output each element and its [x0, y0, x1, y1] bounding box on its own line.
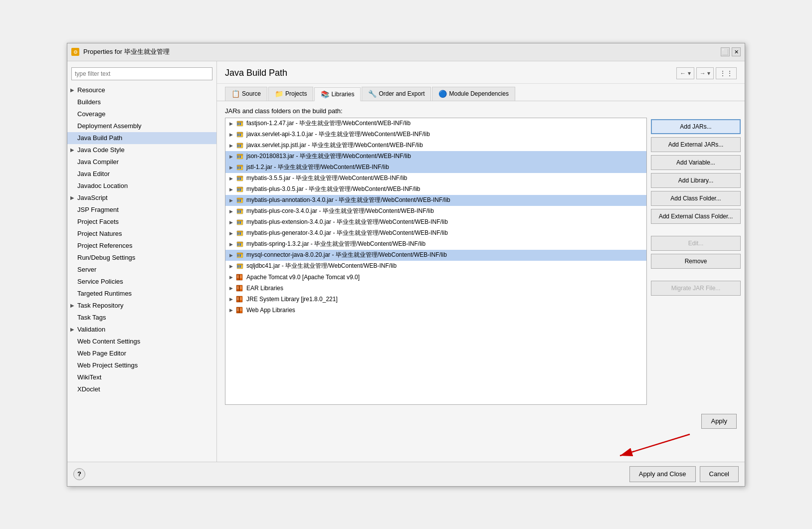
library-item-apache-tomcat[interactable]: ▶ Apache Tomcat v9.0 [Apache Tomcat v9.0…: [225, 272, 646, 283]
add-external-class-folder-button[interactable]: Add External Class Folder...: [651, 209, 741, 224]
jar-item-mybatis-spring[interactable]: ▶ mybatis-spring-1.3.2.jar - 毕业生就业管理/Web…: [225, 239, 646, 250]
sidebar-item-label: Project Facets: [77, 218, 119, 225]
minimize-button[interactable]: ⬜: [721, 47, 730, 56]
tab-libraries[interactable]: 📚Libraries: [314, 87, 361, 101]
sidebar-item-java-compiler[interactable]: Java Compiler: [67, 156, 216, 168]
expand-icon: ▶: [227, 307, 234, 314]
sidebar-item-server[interactable]: Server: [67, 264, 216, 276]
right-header: Java Build Path ← ▾ → ▾ ⋮⋮: [217, 61, 745, 84]
library-text: Web App Libraries: [246, 307, 295, 314]
sidebar-item-builders[interactable]: Builders: [67, 96, 216, 108]
library-text: EAR Libraries: [246, 285, 283, 292]
sidebar-item-run-debug-settings[interactable]: Run/Debug Settings: [67, 252, 216, 264]
jar-list[interactable]: ▶ fastjson-1.2.47.jar - 毕业生就业管理/WebConte…: [225, 118, 647, 405]
jar-icon: [235, 262, 244, 270]
jar-item-sqljdbc41[interactable]: ▶ sqljdbc41.jar - 毕业生就业管理/WebContent/WEB…: [225, 261, 646, 272]
svg-rect-7: [237, 134, 238, 136]
jar-icon: [235, 251, 244, 259]
back-button[interactable]: ← ▾: [676, 67, 694, 79]
tab-source[interactable]: 📋Source: [225, 87, 267, 101]
jar-icon: [235, 196, 244, 204]
add-library-button[interactable]: Add Library...: [651, 173, 741, 188]
sidebar-item-label: Task Repository: [77, 302, 123, 309]
properties-dialog: ⚙ Properties for 毕业生就业管理 ⬜ ✕ ▶ResourceBu…: [67, 43, 745, 487]
sidebar-item-project-facets[interactable]: Project Facets: [67, 216, 216, 228]
sidebar-item-task-repository[interactable]: ▶Task Repository: [67, 300, 216, 312]
help-button[interactable]: ?: [73, 468, 85, 480]
sidebar-item-label: Project References: [77, 242, 133, 249]
menu-button[interactable]: ⋮⋮: [716, 67, 737, 79]
forward-button[interactable]: → ▾: [696, 67, 714, 79]
jar-icon: [235, 229, 244, 237]
svg-rect-47: [237, 221, 238, 224]
sidebar-item-xdoclet[interactable]: XDoclet: [67, 383, 216, 395]
jar-icon: [235, 207, 244, 215]
left-panel: ▶ResourceBuildersCoverageDeployment Asse…: [67, 61, 217, 462]
close-button[interactable]: ✕: [732, 47, 741, 56]
sidebar-item-task-tags[interactable]: Task Tags: [67, 312, 216, 324]
jar-item-jstl-1.2[interactable]: ▶ jstl-1.2.jar - 毕业生就业管理/WebContent/WEB-…: [225, 162, 646, 173]
add-variable-button[interactable]: Add Variable...: [651, 155, 741, 170]
expand-icon: ▶: [227, 153, 234, 160]
migrate-jar-button[interactable]: Migrate JAR File...: [651, 281, 741, 296]
sidebar-item-javadoc-location[interactable]: Javadoc Location: [67, 180, 216, 192]
svg-rect-69: [240, 265, 241, 268]
jar-item-mybatis-plus-core[interactable]: ▶ mybatis-plus-core-3.4.0.jar - 毕业生就业管理/…: [225, 206, 646, 217]
jar-item-mybatis-355[interactable]: ▶ mybatis-3.5.5.jar - 毕业生就业管理/WebContent…: [225, 173, 646, 184]
sidebar-item-jsp-fragment[interactable]: JSP Fragment: [67, 204, 216, 216]
sidebar-item-java-build-path[interactable]: Java Build Path: [67, 132, 216, 144]
library-item-web-app-libraries[interactable]: ▶ Web App Libraries: [225, 305, 646, 316]
sidebar-item-label: Web Page Editor: [77, 350, 126, 357]
tab-module-dependencies[interactable]: 🔵Module Dependencies: [432, 87, 515, 101]
jar-text: fastjson-1.2.47.jar - 毕业生就业管理/WebContent…: [246, 119, 410, 128]
sidebar-item-label: Builders: [77, 98, 101, 106]
jar-item-fastjson[interactable]: ▶ fastjson-1.2.47.jar - 毕业生就业管理/WebConte…: [225, 118, 646, 129]
svg-rect-33: [239, 188, 239, 191]
expand-icon: ▶: [227, 164, 234, 171]
jar-item-mybatis-plus-extension[interactable]: ▶ mybatis-plus-extension-3.4.0.jar - 毕业生…: [225, 217, 646, 228]
add-class-folder-button[interactable]: Add Class Folder...: [651, 191, 741, 206]
sidebar-item-javascript[interactable]: ▶JavaScript: [67, 192, 216, 204]
apply-button[interactable]: Apply: [701, 414, 737, 429]
filter-input[interactable]: [71, 67, 212, 80]
cancel-button[interactable]: Cancel: [700, 466, 739, 482]
add-external-jars-button[interactable]: Add External JARs...: [651, 137, 741, 152]
tab-order-export[interactable]: 🔧Order and Export: [362, 87, 431, 101]
svg-rect-63: [239, 254, 239, 257]
sidebar-item-java-editor[interactable]: Java Editor: [67, 168, 216, 180]
sidebar-item-service-policies[interactable]: Service Policies: [67, 276, 216, 288]
title-bar: ⚙ Properties for 毕业生就业管理 ⬜ ✕: [67, 43, 745, 61]
add-jars-button[interactable]: Add JARs...: [651, 119, 741, 134]
jar-item-javax-servlet-jsp[interactable]: ▶ javax.servlet.jsp.jstl.jar - 毕业生就业管理/W…: [225, 140, 646, 151]
expand-icon: ▶: [227, 197, 234, 204]
jar-item-mybatis-plus-generator[interactable]: ▶ mybatis-plus-generator-3.4.0.jar - 毕业生…: [225, 228, 646, 239]
jar-text: mybatis-plus-extension-3.4.0.jar - 毕业生就业…: [246, 218, 448, 226]
sidebar-item-deployment-assembly[interactable]: Deployment Assembly: [67, 120, 216, 132]
sidebar-item-java-code-style[interactable]: ▶Java Code Style: [67, 144, 216, 156]
sidebar-item-web-project-settings[interactable]: Web Project Settings: [67, 359, 216, 371]
sidebar-item-web-content-settings[interactable]: Web Content Settings: [67, 336, 216, 348]
sidebar-item-web-page-editor[interactable]: Web Page Editor: [67, 348, 216, 359]
jar-item-mysql-connector[interactable]: ▶ mysql-connector-java-8.0.20.jar - 毕业生就…: [225, 250, 646, 261]
jar-item-json-20180813[interactable]: ▶ json-20180813.jar - 毕业生就业管理/WebContent…: [225, 151, 646, 162]
sidebar-item-project-natures[interactable]: Project Natures: [67, 228, 216, 240]
tab-projects[interactable]: 📁Projects: [268, 87, 313, 101]
page-title: Java Build Path: [225, 68, 287, 78]
apply-and-close-button[interactable]: Apply and Close: [629, 466, 696, 482]
library-item-ear-libraries[interactable]: ▶ EAR Libraries: [225, 283, 646, 294]
expand-icon: ▶: [227, 285, 234, 292]
sidebar-item-wikitext[interactable]: WikiText: [67, 371, 216, 383]
sidebar-item-targeted-runtimes[interactable]: Targeted Runtimes: [67, 288, 216, 300]
jar-item-mybatis-plus-305[interactable]: ▶ mybatis-plus-3.0.5.jar - 毕业生就业管理/WebCo…: [225, 184, 646, 195]
sidebar-item-project-references[interactable]: Project References: [67, 240, 216, 252]
sidebar-item-validation[interactable]: ▶Validation: [67, 324, 216, 336]
library-item-jre-system[interactable]: ▶ JRE System Library [jre1.8.0_221]: [225, 294, 646, 305]
sidebar-item-resource[interactable]: ▶Resource: [67, 84, 216, 96]
sidebar-item-label: Service Policies: [77, 278, 123, 285]
jar-item-mybatis-plus-annotation[interactable]: ▶ mybatis-plus-annotation-3.4.0.jar - 毕业…: [225, 195, 646, 206]
svg-rect-8: [239, 134, 239, 136]
sidebar-item-coverage[interactable]: Coverage: [67, 108, 216, 120]
edit-button[interactable]: Edit...: [651, 236, 741, 251]
remove-button[interactable]: Remove: [651, 254, 741, 269]
jar-item-javax-servlet-api[interactable]: ▶ javax.servlet-api-3.1.0.jar - 毕业生就业管理/…: [225, 129, 646, 140]
